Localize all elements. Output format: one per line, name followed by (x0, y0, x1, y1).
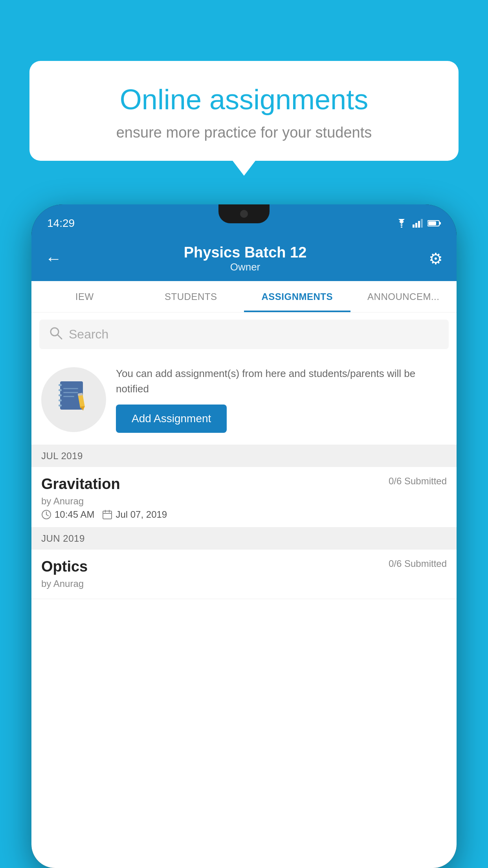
svg-rect-3 (418, 221, 420, 228)
status-bar: 14:29 (31, 204, 457, 236)
assignment-by-optics: by Anurag (41, 578, 447, 589)
svg-line-24 (46, 515, 48, 516)
speech-bubble-subtitle: ensure more practice for your students (53, 124, 435, 141)
assignment-time-gravitation: 10:45 AM (41, 509, 94, 520)
assignment-date-gravitation: Jul 07, 2019 (102, 509, 167, 520)
assignment-time-date-gravitation: 10:45 AM Jul 07, 2019 (41, 509, 447, 520)
search-bar[interactable]: Search (39, 320, 449, 349)
settings-icon[interactable]: ⚙ (429, 250, 443, 268)
assignment-by-gravitation: by Anurag (41, 496, 447, 507)
add-assignment-button[interactable]: Add Assignment (116, 405, 227, 433)
svg-rect-1 (413, 224, 415, 228)
tab-assignments[interactable]: ASSIGNMENTS (244, 281, 350, 312)
speech-bubble-wrapper: Online assignments ensure more practice … (29, 61, 459, 161)
svg-rect-2 (415, 223, 417, 228)
speech-bubble: Online assignments ensure more practice … (29, 61, 459, 161)
svg-rect-25 (103, 511, 112, 519)
svg-rect-13 (59, 394, 62, 396)
section-jul-2019: JUL 2019 (31, 445, 457, 467)
tab-iew[interactable]: IEW (31, 281, 138, 312)
header-subtitle: Owner (184, 261, 307, 273)
tabs-bar: IEW STUDENTS ASSIGNMENTS ANNOUNCEM... (31, 281, 457, 313)
phone-notch (218, 204, 270, 223)
search-icon (49, 326, 62, 343)
assignment-item-gravitation[interactable]: Gravitation 0/6 Submitted by Anurag 10:4… (31, 467, 457, 528)
assignment-item-header-optics: Optics 0/6 Submitted (41, 558, 447, 575)
back-button[interactable]: ← (45, 249, 62, 268)
wifi-icon (395, 219, 408, 228)
phone-frame: 14:29 (31, 204, 457, 868)
svg-rect-17 (63, 392, 78, 393)
tab-announcements[interactable]: ANNOUNCEM... (350, 281, 457, 312)
assignment-submitted-gravitation: 0/6 Submitted (389, 476, 447, 487)
section-jun-2019: JUN 2019 (31, 528, 457, 550)
assignment-date-value-gravitation: Jul 07, 2019 (116, 509, 167, 520)
signal-icon (413, 219, 423, 228)
svg-line-9 (58, 335, 62, 339)
search-input-placeholder: Search (69, 327, 108, 342)
clock-icon (41, 509, 51, 520)
assignment-submitted-optics: 0/6 Submitted (389, 558, 447, 569)
calendar-icon (102, 509, 112, 520)
status-icons (395, 219, 441, 228)
svg-rect-18 (63, 396, 74, 397)
header-title: Physics Batch 12 (184, 244, 307, 261)
assignment-item-optics[interactable]: Optics 0/6 Submitted by Anurag (31, 550, 457, 599)
assignment-time-value-gravitation: 10:45 AM (55, 509, 94, 520)
svg-point-0 (401, 226, 402, 228)
svg-rect-7 (428, 221, 436, 225)
svg-rect-11 (59, 384, 62, 386)
speech-bubble-title: Online assignments (53, 83, 435, 116)
app-header: ← Physics Batch 12 Owner ⚙ (31, 236, 457, 281)
promo-description: You can add assignment(s) from here and … (116, 366, 447, 397)
svg-rect-6 (439, 222, 441, 224)
status-time: 14:29 (47, 217, 75, 230)
assignment-item-header: Gravitation 0/6 Submitted (41, 476, 447, 493)
search-bar-wrap: Search (31, 313, 457, 356)
assignment-name-optics: Optics (41, 558, 88, 575)
promo-icon-circle (41, 367, 106, 432)
battery-icon (427, 220, 441, 227)
notebook-icon (56, 378, 92, 421)
phone-screen: IEW STUDENTS ASSIGNMENTS ANNOUNCEM... (31, 281, 457, 868)
svg-rect-12 (59, 389, 62, 391)
tab-students[interactable]: STUDENTS (138, 281, 244, 312)
svg-rect-16 (63, 388, 78, 389)
svg-rect-14 (59, 399, 62, 401)
svg-rect-15 (59, 405, 62, 406)
promo-right: You can add assignment(s) from here and … (116, 366, 447, 433)
add-assignment-promo: You can add assignment(s) from here and … (31, 356, 457, 445)
assignment-name-gravitation: Gravitation (41, 476, 120, 493)
svg-rect-4 (421, 219, 423, 228)
header-title-group: Physics Batch 12 Owner (184, 244, 307, 273)
camera-dot (240, 210, 248, 218)
